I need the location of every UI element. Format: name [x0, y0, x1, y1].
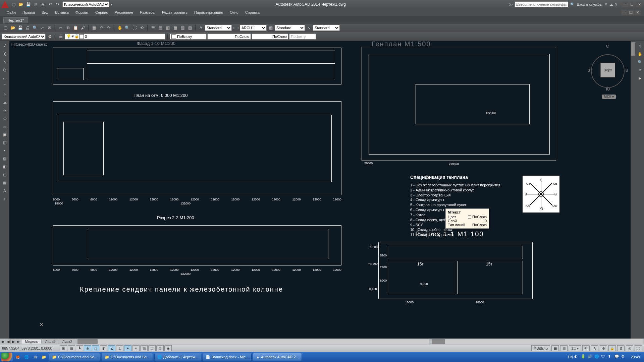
redo2-icon[interactable]: ↷ — [105, 24, 112, 31]
mleader-select[interactable]: Standard — [313, 25, 340, 31]
app-logo-icon[interactable] — [1, 1, 9, 8]
tray-lang[interactable]: EN — [568, 355, 573, 359]
annovisibility-icon[interactable]: 👁 — [582, 345, 590, 351]
tray-clock[interactable]: 20:49 — [628, 355, 643, 359]
workspace-select[interactable]: Классический AutoCAD — [62, 1, 109, 7]
viewport-label[interactable]: [-][Сверху][2D-каркас] — [11, 42, 48, 46]
menu-file[interactable]: Файл — [3, 10, 19, 15]
tray-icon[interactable]: 🛡 — [601, 354, 606, 360]
region-icon[interactable]: ▢ — [1, 171, 8, 178]
ortho-toggle[interactable]: ┗ — [76, 345, 83, 351]
otrack-toggle[interactable]: ∠ — [108, 345, 115, 351]
menu-format[interactable]: Формат — [72, 10, 92, 15]
pan-icon[interactable]: ✋ — [116, 24, 123, 31]
drawing-canvas[interactable]: [-][Сверху][2D-каркас] С З В Ю Верх МСК … — [9, 41, 636, 339]
qp-toggle[interactable]: ☐ — [148, 345, 156, 351]
horizontal-scrollbar-2[interactable] — [432, 339, 643, 344]
close-button[interactable]: ✕ — [636, 2, 643, 7]
annoautoscale-icon[interactable]: A — [591, 345, 598, 351]
tab-last-icon[interactable]: ⏭ — [16, 340, 21, 344]
file-tab-active[interactable]: Чертеж1* — [3, 17, 28, 23]
ql-firefox-icon[interactable]: 🦊 — [14, 353, 21, 361]
block-icon[interactable]: ◫ — [1, 139, 8, 146]
menu-modify[interactable]: Редактировать — [159, 10, 191, 15]
osnap-toggle[interactable]: ◻ — [92, 345, 99, 351]
tray-icon[interactable]: 💬 — [614, 354, 620, 360]
tray-icon[interactable]: ⬆ — [608, 354, 613, 360]
matchprop-icon[interactable]: 🖌 — [79, 24, 86, 31]
ws-switch-icon[interactable]: ⚙ — [600, 345, 607, 351]
isolate-icon[interactable]: ◎ — [626, 345, 633, 351]
annoscale-select[interactable]: 1:1 ▾ — [569, 345, 581, 351]
properties-icon[interactable]: ☰ — [150, 24, 156, 31]
orbit-icon[interactable]: ⟳ — [636, 66, 644, 74]
quickview-layouts-icon[interactable]: ▦ — [551, 345, 559, 351]
mleaderstyle-icon[interactable]: ↘ — [306, 24, 312, 31]
tray-icon[interactable]: 🔊 — [588, 354, 593, 360]
tray-icon[interactable]: ⚙ — [621, 354, 627, 360]
tab-next-icon[interactable]: ▶ — [11, 340, 16, 344]
am-toggle[interactable]: ◉ — [164, 345, 172, 351]
start-button[interactable] — [1, 353, 13, 361]
open2-icon[interactable]: 📂 — [9, 24, 16, 31]
plot2-icon[interactable]: 🖨 — [24, 24, 31, 31]
zoomrt-icon[interactable]: 🔍 — [124, 24, 130, 31]
3dosnap-toggle[interactable]: ◧ — [100, 345, 107, 351]
tablestyle-icon[interactable]: ▦ — [267, 24, 274, 31]
task-explorer2[interactable]: 📁C:\Documents and Se... — [102, 353, 153, 361]
menu-insert[interactable]: Вставка — [52, 10, 72, 15]
lwt-toggle[interactable]: ≡ — [132, 345, 140, 351]
mtext-icon[interactable]: A — [1, 187, 8, 194]
tray-icon[interactable]: ◐ — [574, 354, 580, 360]
color-select[interactable]: ПоБлоку — [170, 34, 207, 40]
dimstyle-icon[interactable]: ⟷ — [232, 24, 239, 31]
task-word[interactable]: 📄Запискад.docx - Mic... — [203, 353, 252, 361]
cut-icon[interactable]: ✂ — [57, 24, 64, 31]
paste-icon[interactable]: 📋 — [72, 24, 79, 31]
dyn-toggle[interactable]: + — [124, 345, 131, 351]
plot-icon[interactable]: 🖨 — [40, 1, 46, 8]
preview-icon[interactable]: 🔍 — [32, 24, 38, 31]
infocenter-icon[interactable]: ⓘ — [509, 2, 513, 7]
sc-toggle[interactable]: ⊡ — [156, 345, 164, 351]
workspace-gear-icon[interactable]: ▾ — [111, 2, 113, 7]
quickcalc-icon[interactable]: ▨ — [186, 24, 193, 31]
pan2-icon[interactable]: ✋ — [636, 50, 644, 58]
undo2-icon[interactable]: ↶ — [98, 24, 105, 31]
maximize-button[interactable]: ☐ — [629, 2, 635, 7]
ellipsearc-icon[interactable]: ⌓ — [1, 123, 8, 130]
pline-icon[interactable]: ∿ — [1, 58, 8, 66]
cleanscreen-icon[interactable]: ⛶ — [635, 345, 642, 351]
snap-toggle[interactable]: ⊞ — [60, 345, 67, 351]
menu-edit[interactable]: Правка — [19, 10, 38, 15]
table-icon[interactable]: ▦ — [1, 179, 8, 186]
save2-icon[interactable]: 💾 — [17, 24, 23, 31]
menu-help[interactable]: Справка — [242, 10, 263, 15]
sheetset-icon[interactable]: ▦ — [172, 24, 178, 31]
polygon-icon[interactable]: ⬠ — [1, 66, 8, 74]
tpy-toggle[interactable]: ▤ — [140, 345, 148, 351]
xline-icon[interactable]: ╳ — [1, 50, 8, 58]
ql-chrome-icon[interactable]: 🌐 — [23, 353, 30, 361]
textstyle-icon[interactable]: A — [198, 24, 204, 31]
saveas-icon[interactable]: ⎘ — [32, 1, 39, 8]
doc-minimize-button[interactable]: — — [621, 10, 627, 15]
ql-explorer-icon[interactable]: 📁 — [40, 353, 48, 361]
tab-sheet2[interactable]: Лист2 — [59, 340, 76, 344]
qnew-icon[interactable]: ▢ — [2, 24, 9, 31]
ws-settings-icon[interactable]: ⚙ — [46, 33, 53, 40]
zoom-icon[interactable]: 🔍 — [636, 58, 644, 66]
gradient-icon[interactable]: ◧ — [1, 163, 8, 170]
task-autocad[interactable]: ▲Autodesk AutoCAD 2... — [253, 353, 302, 361]
line-icon[interactable]: ╱ — [1, 42, 8, 50]
point-icon[interactable]: • — [1, 147, 8, 154]
ql-desktop-icon[interactable]: 🖥 — [32, 353, 39, 361]
hardware-icon[interactable]: 🖥 — [617, 345, 625, 351]
showmotion-icon[interactable]: ▶ — [636, 74, 644, 82]
model-space-button[interactable]: МОДЕЛЬ — [531, 345, 550, 351]
zoomprev-icon[interactable]: ⟲ — [139, 24, 145, 31]
grid-toggle[interactable]: ▦ — [68, 345, 75, 351]
exchange-icon[interactable]: ✕ — [604, 2, 607, 7]
task-browser[interactable]: 🌐Добавить | Чертеж... — [154, 353, 201, 361]
tab-first-icon[interactable]: ⏮ — [0, 340, 5, 344]
